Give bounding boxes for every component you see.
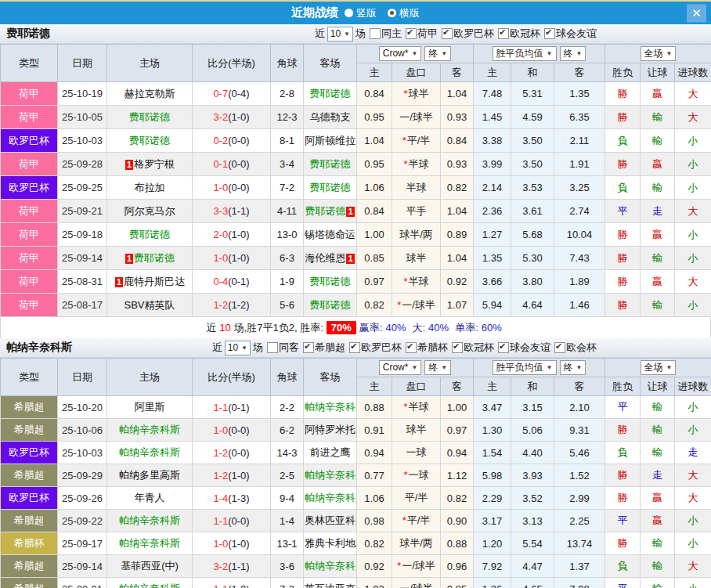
league-badge: 希腊杯	[1, 532, 58, 555]
match-date: 25-09-14	[58, 247, 107, 270]
dialog-title: 近期战绩	[291, 5, 338, 20]
home-team-name: 布拉加	[135, 182, 165, 193]
score: 0-1(0-0)	[193, 153, 271, 176]
checkbox-icon	[303, 342, 314, 353]
home-team: 阿里斯	[107, 396, 193, 419]
same-venue-checkbox[interactable]: 同客	[267, 341, 299, 355]
home-team: 费耶诺德	[107, 106, 193, 129]
odds-final-select[interactable]: 终	[424, 360, 451, 375]
result-goals: 小	[675, 153, 711, 176]
col-header-2: 主场	[107, 359, 193, 396]
league-filter-checkbox-2[interactable]: 希腊杯	[406, 341, 448, 355]
sub-header-4: 和	[511, 63, 554, 82]
result-handicap: 贏	[641, 510, 675, 532]
avg-group-header: 胜平负均值终	[474, 45, 605, 63]
avg-home: 1.45	[474, 106, 511, 129]
radio-horizontal-layout[interactable]: 横版	[388, 6, 420, 20]
league-filter-checkbox-0[interactable]: 荷甲	[406, 27, 438, 41]
away-team: 帕纳辛奈科斯	[304, 555, 357, 578]
score: 1-1(0-1)	[193, 396, 271, 419]
fulltime-select[interactable]: 全场	[641, 360, 677, 375]
avg-final-select[interactable]: 终	[560, 46, 586, 61]
card-badge: 1	[125, 160, 133, 170]
score: 1-4(1-3)	[193, 487, 271, 510]
fulltime-score: 1-2	[213, 299, 228, 311]
avg-home: 2.36	[474, 200, 511, 223]
recent-count-select[interactable]: 10	[225, 341, 251, 355]
league-filter-checkbox-1[interactable]: 欧罗巴杯	[442, 27, 494, 41]
fulltime-score: 1-4	[213, 492, 228, 504]
league-filter-checkbox-3[interactable]: 欧冠杯	[452, 341, 494, 355]
league-filter-checkbox-1[interactable]: 欧罗巴杯	[349, 341, 402, 355]
col-header-5: 客场	[304, 359, 357, 396]
corner-score: 12-3	[271, 106, 304, 129]
league-badge: 欧罗巴杯	[1, 176, 58, 200]
checkbox-icon	[406, 28, 417, 39]
fulltime-score: 1-1	[213, 515, 228, 527]
league-badge: 希腊超	[1, 555, 58, 578]
filter-bar: 近10场同主荷甲欧罗巴杯欧冠杯球会友谊	[315, 27, 597, 41]
match-row: 荷甲25-09-18费耶诺德2-0(1-0)13-0锡塔德命运1.00球半/两0…	[1, 223, 711, 247]
odds-group-header: Crow*终	[357, 359, 474, 377]
handicap: 一/球半	[392, 555, 441, 578]
col-header-4: 角球	[271, 45, 304, 82]
close-button[interactable]	[687, 4, 706, 22]
match-date: 25-10-03	[58, 129, 107, 153]
checkbox-icon	[498, 28, 509, 39]
avg-odds-select[interactable]: 胜平负均值	[493, 360, 557, 375]
col-header-4: 角球	[271, 359, 304, 396]
home-team: 布拉加	[107, 176, 193, 200]
odds-final-select[interactable]: 终	[424, 46, 451, 61]
recent-count-select[interactable]: 10	[327, 27, 353, 41]
avg-away: 2.99	[554, 487, 605, 510]
avg-away: 1.46	[554, 294, 605, 317]
result-handicap: 走	[641, 464, 675, 487]
odds-home: 0.77	[357, 464, 392, 487]
away-team-name: 费耶诺德	[310, 299, 351, 311]
match-date: 25-09-21	[58, 200, 107, 223]
odds-company-select[interactable]: Crow*	[379, 46, 422, 61]
radio-vertical-layout[interactable]: 竖版	[345, 6, 377, 20]
odds-away: 0.93	[441, 106, 474, 129]
fulltime-select[interactable]: 全场	[641, 46, 677, 61]
result-goals: 小	[675, 396, 711, 419]
away-team-name: 乌德勒支	[310, 111, 351, 123]
card-badge: 1	[346, 254, 354, 264]
col-header-3: 比分(半场)	[193, 45, 271, 82]
avg-odds-select[interactable]: 胜平负均值	[493, 46, 557, 61]
handicap: 球半	[392, 419, 441, 442]
fulltime-score: 3-2	[213, 561, 228, 572]
handicap: 一/球半	[392, 578, 441, 588]
avg-home: 2.14	[474, 176, 511, 200]
odds-company-select[interactable]: Crow*	[379, 360, 422, 375]
close-icon	[691, 6, 702, 20]
league-filter-checkbox-4[interactable]: 球会友谊	[498, 341, 550, 355]
result-handicap: 輸	[641, 396, 675, 419]
same-venue-checkbox[interactable]: 同主	[370, 27, 402, 41]
match-row: 欧罗巴杯25-10-03费耶诺德0-2(0-0)8-1阿斯顿维拉1.04平/半0…	[1, 129, 711, 153]
league-filter-checkbox-3[interactable]: 球会友谊	[544, 27, 597, 41]
score: 1-2(1-0)	[193, 464, 271, 487]
summary-stat-label-0: 赢率:	[359, 321, 383, 335]
league-filter-checkbox-2[interactable]: 欧冠杯	[498, 27, 540, 41]
handicap: 半球	[392, 176, 441, 200]
avg-final-select[interactable]: 终	[560, 360, 586, 375]
avg-home: 1.30	[474, 419, 511, 442]
avg-away: 1.89	[554, 270, 605, 294]
avg-draw: 3.80	[511, 270, 554, 294]
avg-away: 13.74	[554, 532, 605, 555]
section-header: 费耶诺德近10场同主荷甲欧罗巴杯欧冠杯球会友谊	[0, 24, 711, 44]
match-date: 25-10-03	[58, 442, 107, 464]
result-goals: 大	[675, 487, 711, 510]
league-filter-checkbox-0[interactable]: 希腊超	[303, 341, 345, 355]
league-badge: 荷甲	[1, 200, 58, 223]
league-badge: 荷甲	[1, 270, 58, 294]
odds-home: 0.97	[357, 270, 392, 294]
radio-label: 横版	[399, 6, 420, 20]
away-team-name: 前进之鹰	[310, 446, 351, 458]
avg-home: 1.36	[474, 578, 511, 588]
team-name: 帕纳辛奈科斯	[0, 341, 72, 355]
away-team: 帕纳辛奈科斯	[304, 396, 357, 419]
league-filter-checkbox-5[interactable]: 欧会杯	[554, 341, 597, 355]
result-goals: 大	[675, 464, 711, 487]
